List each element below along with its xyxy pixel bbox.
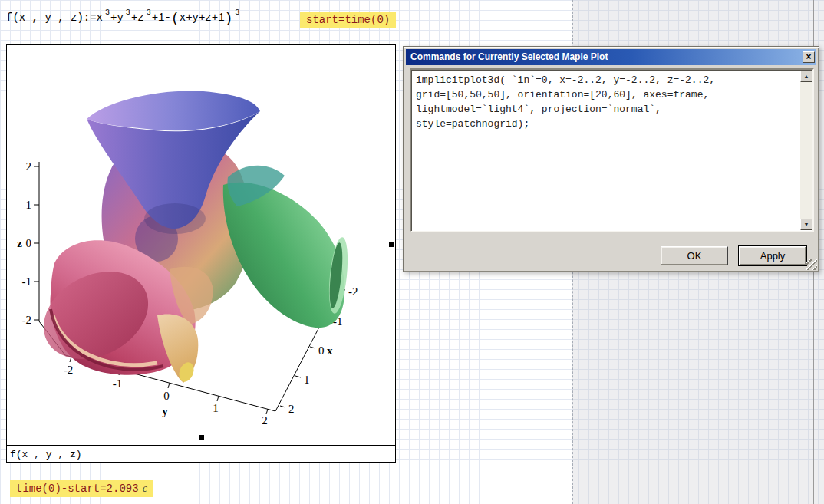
y-tick-label: -2	[64, 364, 74, 376]
exponent: 3	[147, 8, 151, 17]
code-line: style=patchnogrid);	[416, 117, 793, 131]
time-unit: c	[143, 483, 147, 494]
formula-mid1: +y	[110, 12, 124, 24]
command-text-area[interactable]: implicitplot3d( `in`=0, x=-2..2, y=-2..2…	[410, 68, 814, 232]
formula-inner: x+y+z+1	[180, 12, 225, 24]
close-icon: ×	[806, 51, 811, 62]
surface-waist-shadow	[144, 203, 206, 234]
z-tick-label: 0	[26, 237, 32, 249]
maple-plot-commands-dialog: Commands for Currently Selected Maple Pl…	[403, 46, 819, 272]
x-axis-label: x	[327, 344, 333, 357]
code-line: implicitplot3d( `in`=0, x=-2..2, y=-2..2…	[416, 73, 793, 87]
x-tick-label: -2	[348, 285, 358, 298]
definition-formula: f(x , y , z):=x3+y3+z3+1-(x+y+z+1)3	[6, 11, 240, 26]
close-button[interactable]: ×	[803, 51, 815, 63]
dialog-titlebar[interactable]: Commands for Currently Selected Maple Pl…	[406, 49, 816, 65]
x-tick-label: 1	[304, 374, 310, 386]
formula-prefix: f(x , y , z):=x	[6, 12, 103, 24]
scroll-up-button[interactable]: ▲	[800, 71, 812, 82]
y-tick-label: -1	[113, 377, 123, 390]
z-tick-label: 1	[26, 199, 32, 211]
y-tick-label: 1	[213, 402, 219, 414]
z-axis-ticks	[34, 166, 39, 320]
dialog-title: Commands for Currently Selected Maple Pl…	[410, 51, 608, 62]
implicit-surface	[28, 91, 351, 384]
exponent: 3	[105, 8, 110, 17]
scroll-down-button[interactable]: ▼	[800, 219, 812, 230]
z-tick-label: -1	[22, 275, 32, 288]
code-line: grid=[50,50,50], orientation=[20,60], ax…	[416, 87, 793, 102]
left-paren: (	[171, 11, 180, 26]
code-line: lightmodel=`light4`, projection=`normal`…	[416, 102, 793, 117]
start-time-field[interactable]: start=time(0)	[300, 12, 396, 28]
x-tick-label: -1	[333, 315, 343, 328]
y-axis-label: y	[162, 405, 168, 417]
z-tick-label: 2	[26, 160, 32, 173]
formula-mid3: +1-	[152, 12, 171, 24]
vertical-scrollbar[interactable]: ▲ ▼	[800, 71, 812, 230]
elapsed-time-field[interactable]: time(0)-start=2.093c	[10, 480, 153, 497]
y-tick-label: 2	[262, 414, 268, 427]
apply-button[interactable]: Apply	[739, 246, 806, 265]
formula-mid2: +z	[131, 12, 144, 24]
scroll-up-icon: ▲	[804, 74, 809, 79]
right-paren: )	[225, 11, 233, 26]
y-tick-label: 0	[163, 390, 170, 402]
resize-grip[interactable]	[806, 259, 817, 270]
scroll-down-icon: ▼	[804, 222, 809, 227]
exponent: 3	[235, 8, 239, 17]
ok-button[interactable]: OK	[661, 246, 728, 265]
z-tick-label: -2	[22, 314, 32, 326]
elapsed-time-text: time(0)-start=2.093	[16, 483, 139, 495]
selection-handle-right[interactable]	[389, 242, 394, 247]
plot-3d-canvas: 2 1 z 0 -1 -2 -2 -1 0 1 2 y 2 1 0 x -1 -…	[7, 45, 395, 444]
selection-handle-bottom[interactable]	[199, 435, 204, 440]
x-tick-label: 0	[318, 344, 325, 357]
plot-caption: f(x , y , z)	[7, 445, 395, 462]
x-tick-label: 2	[288, 403, 295, 415]
maple-plot-object[interactable]: 2 1 z 0 -1 -2 -2 -1 0 1 2 y 2 1 0 x -1 -…	[6, 44, 396, 463]
worksheet: f(x , y , z):=x3+y3+z3+1-(x+y+z+1)3 star…	[0, 0, 824, 504]
exponent: 3	[126, 8, 130, 17]
z-axis-label: z	[17, 237, 22, 249]
